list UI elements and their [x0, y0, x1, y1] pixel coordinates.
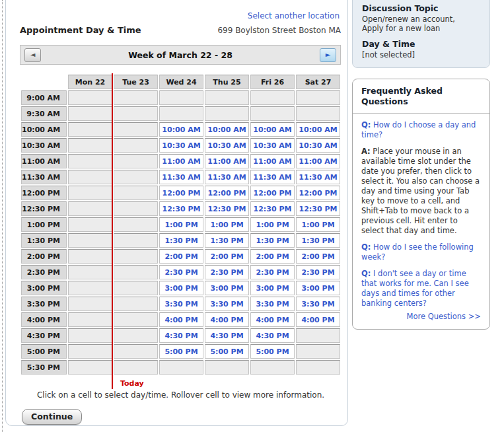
time-slot-link[interactable]: 11:00 AM [251, 157, 294, 166]
calendar-cell[interactable]: 2:30 PM [296, 265, 340, 279]
calendar-cell[interactable]: 12:00 PM [250, 186, 295, 200]
calendar-cell[interactable]: 10:00 AM [250, 122, 295, 137]
time-slot-link[interactable]: 12:00 PM [251, 189, 294, 198]
calendar-cell[interactable]: 1:30 PM [250, 233, 295, 248]
time-slot-link[interactable]: 4:00 PM [160, 316, 203, 324]
time-slot-link[interactable]: 3:00 PM [205, 284, 248, 293]
calendar-cell[interactable]: 10:00 AM [296, 122, 340, 137]
calendar-cell[interactable]: 3:00 PM [205, 281, 249, 295]
time-slot-link[interactable]: 12:00 PM [297, 189, 340, 198]
calendar-cell[interactable]: 1:00 PM [296, 217, 340, 232]
calendar-cell[interactable]: 4:00 PM [205, 312, 249, 327]
time-slot-link[interactable]: 4:30 PM [251, 332, 294, 340]
time-slot-link[interactable]: 10:30 AM [205, 141, 248, 150]
time-slot-link[interactable]: 11:30 AM [160, 173, 203, 182]
calendar-cell[interactable]: 4:30 PM [205, 328, 249, 343]
calendar-cell[interactable]: 12:30 PM [250, 201, 295, 216]
time-slot-link[interactable]: 10:30 AM [251, 141, 294, 150]
calendar-cell[interactable]: 3:30 PM [159, 297, 203, 311]
time-slot-link[interactable]: 5:00 PM [160, 347, 203, 356]
time-slot-link[interactable]: 3:30 PM [297, 300, 340, 308]
calendar-cell[interactable]: 4:00 PM [250, 312, 295, 327]
calendar-cell[interactable]: 11:00 AM [205, 154, 249, 168]
calendar-cell[interactable]: 1:00 PM [159, 217, 203, 232]
calendar-cell[interactable]: 4:30 PM [250, 328, 295, 343]
calendar-cell[interactable]: 2:30 PM [159, 265, 203, 279]
calendar-cell[interactable]: 12:00 PM [159, 186, 203, 200]
time-slot-link[interactable]: 1:00 PM [297, 221, 340, 229]
calendar-cell[interactable]: 3:30 PM [250, 297, 295, 311]
faq-question[interactable]: Q: How do I see the following week? [361, 242, 481, 262]
time-slot-link[interactable]: 12:00 PM [205, 189, 248, 198]
calendar-cell[interactable]: 3:00 PM [296, 281, 340, 295]
calendar-cell[interactable]: 3:00 PM [250, 281, 295, 295]
calendar-cell[interactable]: 2:00 PM [296, 249, 340, 264]
time-slot-link[interactable]: 1:30 PM [205, 236, 248, 245]
time-slot-link[interactable]: 11:30 AM [205, 173, 248, 182]
calendar-cell[interactable]: 11:30 AM [205, 170, 249, 184]
time-slot-link[interactable]: 2:00 PM [205, 252, 248, 261]
time-slot-link[interactable]: 12:30 PM [205, 205, 248, 213]
calendar-cell[interactable]: 4:00 PM [296, 312, 340, 327]
time-slot-link[interactable]: 3:00 PM [160, 284, 203, 293]
time-slot-link[interactable]: 1:30 PM [160, 236, 203, 245]
time-slot-link[interactable]: 4:00 PM [297, 316, 340, 324]
time-slot-link[interactable]: 12:30 PM [160, 205, 203, 213]
calendar-cell[interactable]: 10:00 AM [205, 122, 249, 137]
time-slot-link[interactable]: 2:30 PM [160, 268, 203, 277]
calendar-cell[interactable]: 1:00 PM [250, 217, 295, 232]
time-slot-link[interactable]: 2:30 PM [251, 268, 294, 277]
time-slot-link[interactable]: 4:30 PM [160, 332, 203, 340]
calendar-cell[interactable]: 11:30 AM [159, 170, 203, 184]
time-slot-link[interactable]: 10:30 AM [297, 141, 340, 150]
calendar-cell[interactable]: 2:30 PM [205, 265, 249, 279]
time-slot-link[interactable]: 11:00 AM [205, 157, 248, 166]
select-another-location-link[interactable]: Select another location [248, 11, 340, 20]
calendar-cell[interactable]: 11:30 AM [250, 170, 295, 184]
time-slot-link[interactable]: 3:30 PM [251, 300, 294, 308]
time-slot-link[interactable]: 5:00 PM [205, 347, 248, 356]
time-slot-link[interactable]: 11:00 AM [297, 157, 340, 166]
calendar-cell[interactable]: 5:00 PM [205, 344, 249, 359]
time-slot-link[interactable]: 2:30 PM [297, 268, 340, 277]
time-slot-link[interactable]: 3:30 PM [205, 300, 248, 308]
time-slot-link[interactable]: 3:00 PM [297, 284, 340, 293]
time-slot-link[interactable]: 5:00 PM [251, 347, 294, 356]
time-slot-link[interactable]: 10:00 AM [251, 126, 294, 134]
faq-question[interactable]: Q: How do I choose a day and time? [361, 120, 481, 140]
time-slot-link[interactable]: 1:00 PM [251, 221, 294, 229]
calendar-cell[interactable]: 2:00 PM [250, 249, 295, 264]
calendar-cell[interactable]: 3:00 PM [159, 281, 203, 295]
time-slot-link[interactable]: 2:00 PM [160, 252, 203, 261]
calendar-cell[interactable]: 10:30 AM [205, 138, 249, 153]
time-slot-link[interactable]: 4:30 PM [205, 332, 248, 340]
calendar-cell[interactable]: 12:00 PM [296, 186, 340, 200]
time-slot-link[interactable]: 12:30 PM [297, 205, 340, 213]
time-slot-link[interactable]: 2:30 PM [205, 268, 248, 277]
time-slot-link[interactable]: 2:00 PM [297, 252, 340, 261]
calendar-cell[interactable]: 2:00 PM [205, 249, 249, 264]
calendar-cell[interactable]: 1:30 PM [296, 233, 340, 248]
calendar-cell[interactable]: 1:30 PM [205, 233, 249, 248]
calendar-cell[interactable]: 11:00 AM [296, 154, 340, 168]
calendar-cell[interactable]: 12:00 PM [205, 186, 249, 200]
calendar-cell[interactable]: 3:30 PM [296, 297, 340, 311]
time-slot-link[interactable]: 4:00 PM [251, 316, 294, 324]
previous-week-button[interactable]: ◄ [24, 48, 41, 62]
calendar-cell[interactable]: 10:30 AM [296, 138, 340, 153]
time-slot-link[interactable]: 12:30 PM [251, 205, 294, 213]
calendar-cell[interactable]: 10:30 AM [250, 138, 295, 153]
calendar-cell[interactable]: 3:30 PM [205, 297, 249, 311]
calendar-cell[interactable]: 10:00 AM [159, 122, 203, 137]
calendar-cell[interactable]: 5:00 PM [159, 344, 203, 359]
time-slot-link[interactable]: 2:00 PM [251, 252, 294, 261]
calendar-cell[interactable]: 2:00 PM [159, 249, 203, 264]
time-slot-link[interactable]: 1:00 PM [205, 221, 248, 229]
continue-button[interactable]: Continue [22, 409, 82, 425]
calendar-cell[interactable]: 4:30 PM [159, 328, 203, 343]
calendar-cell[interactable]: 4:00 PM [159, 312, 203, 327]
time-slot-link[interactable]: 1:00 PM [160, 221, 203, 229]
calendar-cell[interactable]: 12:30 PM [296, 201, 340, 216]
time-slot-link[interactable]: 3:30 PM [160, 300, 203, 308]
time-slot-link[interactable]: 10:00 AM [297, 126, 340, 134]
